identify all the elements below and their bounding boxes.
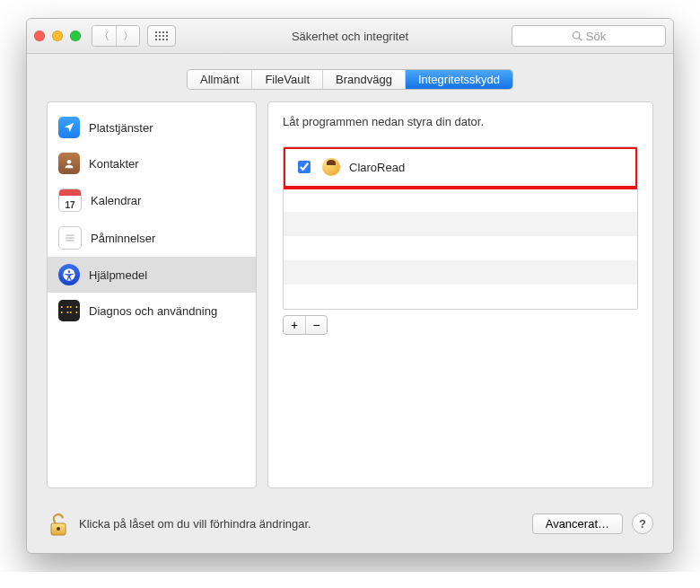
app-checkbox[interactable] bbox=[298, 161, 311, 173]
svg-rect-2 bbox=[162, 31, 164, 33]
reminders-icon bbox=[58, 226, 82, 250]
svg-rect-4 bbox=[155, 35, 157, 37]
sidebar-item-reminders[interactable]: Påminnelser bbox=[48, 219, 256, 257]
tab-filevault[interactable]: FileVault bbox=[251, 70, 322, 89]
advanced-button[interactable]: Avancerat… bbox=[532, 513, 623, 534]
app-name: ClaroRead bbox=[349, 161, 405, 174]
search-icon bbox=[572, 31, 582, 41]
minimize-window-button[interactable] bbox=[52, 31, 63, 41]
back-button[interactable]: 〈 bbox=[92, 26, 116, 46]
detail-column: Låt programmen nedan styra din dator. Cl… bbox=[267, 101, 653, 488]
svg-rect-5 bbox=[159, 35, 161, 37]
lock-open-icon bbox=[48, 512, 69, 537]
svg-point-21 bbox=[57, 527, 60, 531]
accessibility-icon bbox=[58, 264, 80, 285]
titlebar: 〈 〉 Säkerhet och integritet Sök bbox=[27, 19, 673, 54]
content-panes: Platstjänster Kontakter 17 Kalendrar Påm… bbox=[27, 94, 673, 497]
location-icon bbox=[58, 117, 80, 138]
sidebar-item-contacts[interactable]: Kontakter bbox=[48, 145, 256, 181]
tab-firewall[interactable]: Brandvägg bbox=[322, 70, 405, 89]
zoom-window-button[interactable] bbox=[70, 31, 81, 41]
search-input[interactable]: Sök bbox=[512, 25, 666, 47]
detail-caption: Låt programmen nedan styra din dator. bbox=[283, 115, 638, 128]
svg-point-14 bbox=[67, 160, 72, 164]
svg-point-12 bbox=[573, 32, 580, 39]
svg-rect-7 bbox=[166, 35, 168, 37]
svg-rect-3 bbox=[166, 31, 168, 33]
window-controls bbox=[34, 31, 81, 41]
svg-rect-16 bbox=[66, 237, 74, 238]
list-stripe bbox=[284, 188, 637, 212]
svg-rect-11 bbox=[166, 39, 168, 40]
svg-rect-6 bbox=[162, 35, 164, 37]
grid-icon bbox=[155, 31, 168, 40]
diagnostics-icon: ∷∷ bbox=[58, 300, 80, 321]
svg-rect-8 bbox=[155, 39, 157, 40]
svg-line-13 bbox=[579, 38, 582, 40]
sidebar-item-location[interactable]: Platstjänster bbox=[48, 110, 256, 145]
list-stripe bbox=[284, 236, 637, 260]
sidebar-item-label: Hjälpmedel bbox=[89, 268, 147, 282]
lock-hint-text: Klicka på låset om du vill förhindra änd… bbox=[79, 517, 311, 531]
nav-back-forward: 〈 〉 bbox=[92, 25, 140, 47]
app-row-claroread[interactable]: ClaroRead bbox=[283, 146, 638, 189]
lock-button[interactable] bbox=[47, 510, 70, 537]
add-remove-control: + − bbox=[283, 315, 328, 335]
svg-rect-10 bbox=[162, 39, 164, 40]
calendar-icon: 17 bbox=[58, 189, 82, 212]
list-stripe bbox=[284, 212, 637, 236]
forward-button[interactable]: 〉 bbox=[116, 26, 139, 46]
app-list: ClaroRead bbox=[283, 146, 638, 310]
tab-general[interactable]: Allmänt bbox=[188, 70, 251, 89]
sidebar-item-label: Påminnelser bbox=[91, 232, 155, 245]
footer: Klicka på låset om du vill förhindra änd… bbox=[27, 497, 673, 553]
close-window-button[interactable] bbox=[34, 31, 45, 41]
show-all-button[interactable] bbox=[147, 25, 176, 47]
add-button[interactable]: + bbox=[284, 316, 305, 334]
svg-rect-9 bbox=[159, 39, 161, 40]
svg-rect-15 bbox=[66, 235, 74, 236]
contacts-icon bbox=[58, 153, 80, 174]
remove-button[interactable]: − bbox=[305, 316, 327, 334]
list-stripe bbox=[284, 285, 637, 309]
svg-point-19 bbox=[68, 270, 71, 273]
help-button[interactable]: ? bbox=[632, 513, 653, 534]
sidebar-item-accessibility[interactable]: Hjälpmedel bbox=[48, 257, 256, 293]
sidebar-item-label: Kontakter bbox=[89, 157, 139, 171]
tab-row: Allmänt FileVault Brandvägg Integritetss… bbox=[27, 54, 673, 94]
sidebar-item-label: Kalendrar bbox=[91, 194, 141, 207]
sidebar-item-calendar[interactable]: 17 Kalendrar bbox=[48, 181, 256, 219]
detail-pane: Låt programmen nedan styra din dator. Cl… bbox=[267, 101, 653, 488]
app-icon bbox=[322, 158, 340, 176]
privacy-services-sidebar: Platstjänster Kontakter 17 Kalendrar Påm… bbox=[47, 101, 257, 488]
preferences-window: 〈 〉 Säkerhet och integritet Sök bbox=[26, 18, 674, 554]
sidebar-item-diagnostics[interactable]: ∷∷ Diagnos och användning bbox=[48, 293, 256, 329]
svg-rect-17 bbox=[66, 240, 74, 241]
tabs: Allmänt FileVault Brandvägg Integritetss… bbox=[188, 70, 512, 89]
svg-rect-1 bbox=[159, 31, 161, 33]
tab-privacy[interactable]: Integritetsskydd bbox=[405, 70, 512, 89]
svg-rect-0 bbox=[155, 31, 157, 33]
sidebar-item-label: Platstjänster bbox=[89, 121, 153, 135]
sidebar-item-label: Diagnos och användning bbox=[89, 304, 217, 318]
list-stripe bbox=[284, 260, 637, 285]
search-placeholder: Sök bbox=[586, 30, 606, 43]
